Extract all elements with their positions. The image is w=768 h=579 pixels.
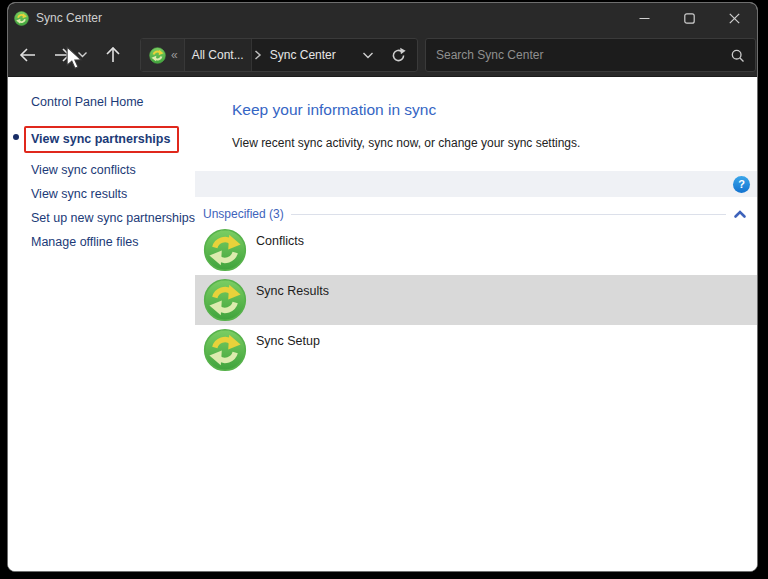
sync-center-app-icon xyxy=(14,11,29,26)
sync-icon xyxy=(203,328,247,372)
chevron-up-icon[interactable] xyxy=(733,210,747,219)
refresh-button[interactable] xyxy=(390,47,407,64)
navigation-toolbar: « All Cont... Sync Center xyxy=(8,33,757,77)
list-item-label[interactable]: Sync Setup xyxy=(256,334,320,348)
red-annotation-rectangle: View sync partnerships xyxy=(24,126,179,153)
arrow-up-icon xyxy=(104,45,122,65)
up-button[interactable] xyxy=(104,45,122,65)
item-list: Conflicts Sync Results Sync Setup xyxy=(195,225,757,375)
sidebar-item-view-sync-partnerships[interactable]: View sync partnerships xyxy=(31,130,170,148)
search-input[interactable] xyxy=(436,48,730,62)
breadcrumb-all-control-panel-items[interactable]: All Cont... xyxy=(185,39,252,71)
address-bar[interactable]: « All Cont... Sync Center xyxy=(140,38,418,72)
group-label[interactable]: Unspecified (3) xyxy=(203,207,284,221)
window-controls xyxy=(622,3,757,33)
search-box xyxy=(425,38,756,72)
minimize-icon xyxy=(639,13,650,24)
list-item-conflicts[interactable]: Conflicts xyxy=(195,225,757,275)
chevron-down-icon xyxy=(362,51,374,60)
page-title: Keep your information in sync xyxy=(232,101,757,119)
maximize-icon xyxy=(684,13,695,24)
minimize-button[interactable] xyxy=(622,3,667,33)
sidebar-item-control-panel-home[interactable]: Control Panel Home xyxy=(31,93,195,111)
close-icon xyxy=(729,13,740,24)
page-subtext: View recent sync activity, sync now, or … xyxy=(232,136,757,150)
close-button[interactable] xyxy=(712,3,757,33)
group-separator-line xyxy=(291,214,726,215)
help-button[interactable]: ? xyxy=(733,176,750,193)
address-icon-segment[interactable]: « xyxy=(141,39,185,71)
active-item-bullet xyxy=(13,134,19,140)
list-item-label[interactable]: Conflicts xyxy=(256,234,304,248)
window-title: Sync Center xyxy=(36,11,622,25)
magnifier-icon[interactable] xyxy=(730,48,745,63)
group-header-unspecified[interactable]: Unspecified (3) xyxy=(195,205,757,223)
arrow-left-icon xyxy=(18,46,38,64)
maximize-button[interactable] xyxy=(667,3,712,33)
mouse-cursor xyxy=(64,46,84,70)
back-button[interactable] xyxy=(18,46,38,64)
list-item-label[interactable]: Sync Results xyxy=(256,284,329,298)
sidebar-item-set-up-new-sync-partnerships[interactable]: Set up new sync partnerships xyxy=(31,209,195,227)
address-dropdown-chevron[interactable] xyxy=(362,46,374,64)
main-panel: Keep your information in sync View recen… xyxy=(195,77,757,571)
refresh-icon xyxy=(390,47,407,64)
sync-center-window: Sync Center xyxy=(7,2,758,572)
sidebar: Control Panel Home View sync partnership… xyxy=(8,77,195,571)
chevron-right-icon[interactable] xyxy=(252,49,263,61)
sidebar-item-manage-offline-files[interactable]: Manage offline files xyxy=(31,233,195,251)
titlebar: Sync Center xyxy=(8,3,757,33)
breadcrumb-sync-center[interactable]: Sync Center xyxy=(263,39,343,71)
list-item-sync-results[interactable]: Sync Results xyxy=(195,275,757,325)
sidebar-item-view-sync-results[interactable]: View sync results xyxy=(31,185,195,203)
sync-center-location-icon xyxy=(149,47,166,64)
sidebar-item-view-sync-conflicts[interactable]: View sync conflicts xyxy=(31,161,195,179)
breadcrumb-overflow-chevron-icon[interactable]: « xyxy=(171,48,178,62)
content-area: Control Panel Home View sync partnership… xyxy=(8,77,757,571)
command-bar: ? xyxy=(195,171,757,197)
sync-icon xyxy=(203,228,247,272)
sync-icon xyxy=(203,278,247,322)
list-item-sync-setup[interactable]: Sync Setup xyxy=(195,325,757,375)
